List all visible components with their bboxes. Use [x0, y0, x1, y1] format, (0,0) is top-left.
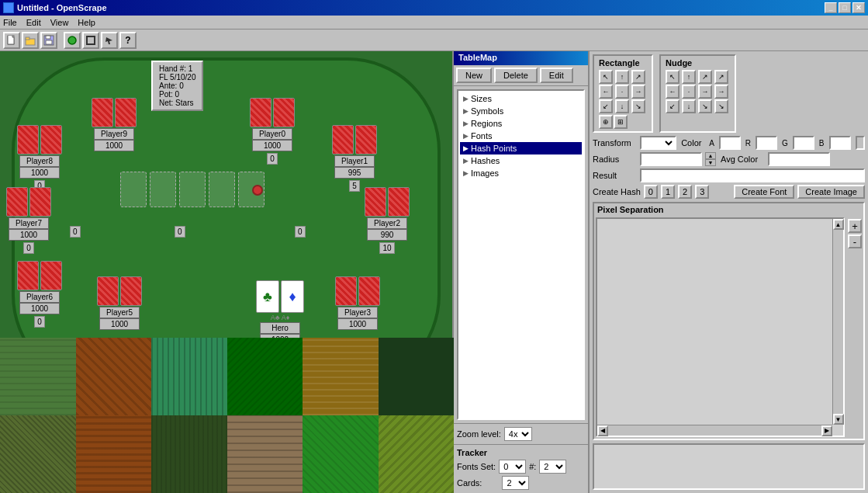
tree-item-symbols[interactable]: ▶ Symbols — [460, 105, 582, 117]
rect-btn-bottom[interactable]: ↓ — [615, 99, 629, 113]
tree-item-sizes[interactable]: ▶ Sizes — [460, 92, 582, 105]
nudge-btn-8[interactable]: → — [714, 85, 728, 99]
net: Net: Stars — [159, 99, 195, 107]
hash-btn-0[interactable]: 0 — [644, 185, 658, 199]
minimize-button[interactable]: _ — [825, 2, 837, 13]
nudge-btn-1[interactable]: ↖ — [666, 70, 680, 84]
player1-chips: 995 — [334, 167, 375, 179]
transform-label: Transform — [593, 138, 635, 148]
rect-btn-topright[interactable]: ↗ — [631, 70, 645, 84]
avg-color-input[interactable] — [768, 152, 830, 166]
delete-map-button[interactable]: Delete — [494, 68, 538, 83]
nudge-btn-10[interactable]: ↓ — [682, 99, 696, 113]
color-r-input[interactable] — [756, 136, 777, 150]
fonts-set-select[interactable]: 0 — [499, 460, 526, 474]
hash-btn-2[interactable]: 2 — [678, 185, 692, 199]
player7-bet: 0 — [23, 242, 34, 254]
player0-bet: 0 — [267, 153, 278, 165]
fabric-tile-4 — [227, 338, 303, 415]
nudge-btn-4[interactable]: ↗ — [714, 70, 728, 84]
circle-tool[interactable] — [64, 32, 81, 49]
rect-btn-top[interactable]: ↑ — [615, 70, 629, 84]
cards-select[interactable]: 2 — [502, 476, 529, 490]
radius-up[interactable]: ▲ — [705, 152, 716, 159]
rect-btn-left[interactable]: ← — [599, 85, 613, 99]
create-image-button[interactable]: Create Image — [797, 185, 865, 199]
open-button[interactable] — [22, 32, 39, 49]
tree-item-hash-points[interactable]: ▶ Hash Points — [460, 142, 582, 154]
close-button[interactable]: ✕ — [852, 2, 865, 13]
svg-rect-2 — [26, 37, 29, 40]
hash-btn-1[interactable]: 1 — [661, 185, 675, 199]
maximize-button[interactable]: □ — [839, 2, 851, 13]
tree-item-images[interactable]: ▶ Images — [460, 167, 582, 179]
help-button[interactable]: ? — [119, 32, 137, 49]
menu-help[interactable]: Help — [78, 18, 95, 27]
card — [40, 125, 62, 154]
fabric-tile-3 — [151, 338, 227, 415]
center-bet-left: 0 — [70, 226, 81, 238]
nudge-btn-5[interactable]: ← — [666, 85, 680, 99]
card — [335, 276, 357, 306]
tree-item-fonts[interactable]: ▶ Fonts — [460, 130, 582, 142]
menu-edit[interactable]: Edit — [26, 18, 41, 27]
create-font-button[interactable]: Create Font — [734, 185, 794, 199]
rectangle-section: Rectangle ↖ ↑ ↗ ← · → ↙ ↓ ↘ ⊕ — [593, 54, 653, 133]
rect-btn-botright[interactable]: ↘ — [631, 99, 645, 113]
nudge-btn-9[interactable]: ↙ — [666, 99, 680, 113]
hero-card-2: ♦ — [281, 280, 304, 313]
zoom-select[interactable]: 4x 1x 2x 8x — [504, 427, 532, 441]
ps-minus-button[interactable]: - — [848, 234, 862, 248]
rect-btn-extra1[interactable]: ⊕ — [599, 115, 613, 129]
h-scroll-right[interactable]: ▶ — [821, 425, 832, 436]
player6-bet: 0 — [34, 316, 45, 328]
pixel-sep-section: Pixel Separation ◀ ▶ ▲ — [593, 202, 865, 440]
tree-expand-hashes: ▶ — [463, 157, 469, 165]
nudge-btn-11[interactable]: ↘ — [698, 99, 712, 113]
menu-file[interactable]: File — [3, 18, 17, 27]
fabric-tile-6 — [379, 338, 455, 415]
hash-num-label: #: — [529, 462, 536, 471]
radius-down[interactable]: ▼ — [705, 159, 716, 166]
tree-item-regions[interactable]: ▶ Regions — [460, 117, 582, 130]
transform-select[interactable] — [640, 136, 676, 150]
nudge-btn-12[interactable]: ↘ — [714, 99, 728, 113]
card — [250, 98, 271, 127]
rect-btn-botleft[interactable]: ↙ — [599, 99, 613, 113]
fonts-set-row: Fonts Set: 0 #: 2 — [457, 460, 585, 474]
player0-name: Player0 — [252, 128, 292, 140]
tree-expand-sizes: ▶ — [463, 95, 469, 102]
ps-plus-button[interactable]: + — [848, 219, 862, 233]
arrow-tool[interactable] — [101, 32, 118, 49]
hash-num-select[interactable]: 2 — [539, 460, 566, 474]
save-button[interactable] — [40, 32, 57, 49]
svg-point-6 — [68, 36, 76, 44]
ante: Ante: 0 — [159, 82, 195, 90]
nudge-btn-2[interactable]: ↑ — [682, 70, 696, 84]
result-input[interactable] — [640, 168, 865, 182]
color-b-input[interactable] — [829, 136, 851, 150]
rect-btn-extra2[interactable]: ⊞ — [614, 115, 628, 129]
nudge-btn-7[interactable]: → — [698, 85, 712, 99]
card — [358, 276, 380, 306]
rect-btn-right[interactable]: → — [631, 85, 645, 99]
tree-item-hashes[interactable]: ▶ Hashes — [460, 154, 582, 167]
edit-map-button[interactable]: Edit — [540, 68, 573, 83]
new-button[interactable] — [3, 32, 20, 49]
h-scroll-left[interactable]: ◀ — [597, 425, 608, 436]
color-a-input[interactable] — [719, 136, 741, 150]
v-scrollbar[interactable]: ▲ ▼ — [832, 219, 843, 425]
menu-view[interactable]: View — [50, 18, 69, 27]
square-tool[interactable] — [82, 32, 99, 49]
color-g-input[interactable] — [793, 136, 814, 150]
v-scroll-up[interactable]: ▲ — [833, 219, 844, 230]
h-scrollbar[interactable]: ◀ ▶ — [597, 425, 832, 436]
hash-btn-3[interactable]: 3 — [695, 185, 709, 199]
nudge-btn-3[interactable]: ↗ — [698, 70, 712, 84]
player-seat-3: Player3 1000 — [335, 276, 380, 330]
new-map-button[interactable]: New — [456, 68, 492, 83]
v-scroll-down[interactable]: ▼ — [833, 414, 844, 425]
color-picker-button[interactable] — [856, 136, 865, 150]
rect-btn-topleft[interactable]: ↖ — [599, 70, 613, 84]
radius-input[interactable] — [640, 152, 702, 166]
